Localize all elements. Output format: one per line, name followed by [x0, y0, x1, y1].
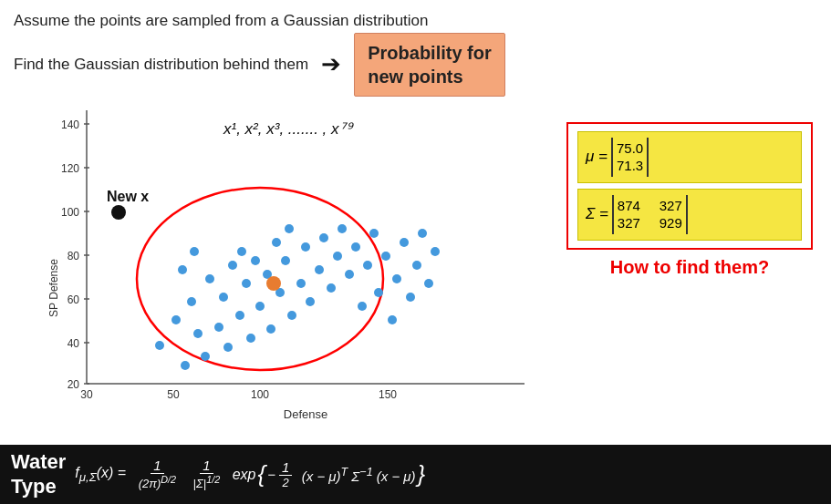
- bottom-formula-bar: WaterType fμ,Σ(x) = 1 (2π)D/2 1 |Σ|1/2 e…: [0, 445, 831, 504]
- svg-point-39: [266, 324, 275, 334]
- svg-point-34: [235, 311, 244, 320]
- sigma-r1c2: 327: [660, 198, 682, 213]
- svg-point-44: [301, 242, 310, 252]
- prob-line2: new points: [368, 65, 492, 88]
- svg-point-25: [155, 341, 164, 350]
- svg-point-55: [369, 229, 379, 238]
- exp-inner: (x − μ)T Σ−1 (x − μ): [302, 466, 416, 484]
- svg-point-53: [358, 302, 367, 311]
- svg-point-69: [228, 261, 237, 270]
- svg-text:50: 50: [167, 388, 180, 401]
- svg-text:100: 100: [61, 206, 79, 219]
- brace-open: {: [257, 460, 265, 489]
- main-container: Assume the points are sampled from a Gau…: [0, 0, 831, 504]
- sigma-r2: 327 929: [618, 214, 682, 232]
- mu-row: μ = 75.0 71.3: [577, 131, 802, 183]
- brace-close: }: [418, 460, 426, 489]
- svg-point-54: [363, 261, 372, 270]
- svg-point-64: [424, 279, 433, 288]
- formulas-box: μ = 75.0 71.3 Σ = 874 327: [566, 122, 813, 250]
- probability-box: Probability for new points: [354, 33, 505, 97]
- formula-func: fμ,Σ(x) =: [75, 465, 126, 484]
- svg-point-27: [181, 361, 190, 370]
- mu-val2: 71.3: [617, 157, 643, 175]
- svg-point-35: [242, 279, 251, 288]
- svg-point-29: [187, 297, 196, 306]
- svg-point-48: [327, 283, 336, 293]
- svg-text:80: 80: [68, 250, 80, 262]
- svg-point-47: [319, 233, 328, 242]
- svg-text:20: 20: [68, 378, 80, 391]
- chart-area: SP Defense 20 40 60 80 100 120 1: [14, 101, 552, 475]
- sigma-label: Σ =: [586, 205, 608, 223]
- fraction-half: 1 2: [279, 459, 292, 489]
- svg-text:150: 150: [379, 388, 397, 401]
- svg-point-24: [137, 188, 383, 370]
- svg-point-49: [333, 252, 342, 261]
- svg-point-71: [251, 256, 260, 265]
- svg-point-23: [111, 205, 126, 220]
- svg-point-26: [171, 315, 181, 324]
- header-text: Assume the points are sampled from a Gau…: [14, 9, 817, 97]
- mu-matrix: 75.0 71.3: [611, 138, 649, 177]
- svg-text:40: 40: [68, 337, 80, 350]
- svg-point-41: [281, 256, 290, 265]
- svg-text:140: 140: [61, 118, 79, 131]
- svg-text:x¹, x², x³, ....... , x⁷⁹: x¹, x², x³, ....... , x⁷⁹: [223, 120, 354, 138]
- svg-point-73: [285, 224, 294, 233]
- svg-point-45: [306, 297, 315, 306]
- svg-point-67: [190, 247, 199, 256]
- header-line1: Assume the points are sampled from a Gau…: [14, 9, 817, 33]
- svg-point-60: [400, 238, 409, 247]
- svg-point-63: [418, 229, 427, 238]
- svg-point-68: [205, 274, 214, 283]
- svg-point-70: [237, 247, 246, 256]
- water-type-label: WaterType: [11, 450, 66, 499]
- sigma-matrix: 874 327 327 929: [612, 195, 688, 234]
- svg-point-50: [338, 224, 347, 233]
- svg-point-56: [374, 288, 383, 297]
- svg-point-52: [351, 242, 360, 252]
- svg-point-36: [246, 334, 255, 343]
- exp-label: exp: [233, 467, 256, 483]
- svg-point-62: [412, 261, 421, 270]
- mu-val1: 75.0: [617, 139, 643, 158]
- svg-point-51: [345, 270, 354, 279]
- svg-point-30: [201, 352, 210, 361]
- header-line2: Find the Gaussian distribution behind th…: [14, 33, 817, 97]
- sigma-r2c1: 327: [618, 215, 640, 231]
- fraction1: 1 (2π)D/2: [136, 458, 179, 490]
- arrow-icon: ➔: [321, 46, 341, 82]
- svg-point-66: [178, 265, 187, 274]
- svg-point-59: [392, 274, 401, 283]
- svg-text:100: 100: [251, 388, 269, 401]
- svg-point-28: [193, 329, 203, 338]
- svg-point-74: [266, 276, 281, 291]
- mu-label: μ =: [586, 148, 608, 166]
- svg-point-72: [272, 238, 281, 247]
- formula-display: fμ,Σ(x) = 1 (2π)D/2 1 |Σ|1/2 exp { − 1 2…: [75, 458, 425, 490]
- svg-point-57: [381, 252, 390, 261]
- prob-line1: Probability for: [368, 41, 492, 65]
- how-text: How to find them?: [566, 257, 813, 278]
- svg-text:60: 60: [68, 293, 80, 306]
- svg-point-65: [431, 247, 440, 256]
- svg-point-32: [219, 293, 228, 302]
- svg-point-31: [214, 323, 223, 332]
- svg-point-61: [406, 293, 415, 302]
- svg-point-43: [296, 279, 306, 288]
- svg-point-33: [223, 343, 233, 352]
- svg-point-37: [255, 302, 265, 311]
- neg-half: −: [267, 467, 275, 482]
- right-panel: μ = 75.0 71.3 Σ = 874 327: [566, 115, 813, 278]
- svg-text:120: 120: [61, 162, 79, 175]
- svg-point-42: [287, 311, 296, 320]
- sigma-r1: 874 327: [618, 197, 682, 215]
- svg-text:New x: New x: [107, 189, 149, 204]
- svg-point-58: [388, 315, 397, 324]
- sigma-row: Σ = 874 327 327 929: [577, 189, 802, 241]
- sigma-r2c2: 929: [660, 215, 682, 231]
- fraction2: 1 |Σ|1/2: [191, 458, 223, 490]
- svg-text:30: 30: [80, 388, 93, 401]
- sigma-r1c1: 874: [618, 198, 640, 213]
